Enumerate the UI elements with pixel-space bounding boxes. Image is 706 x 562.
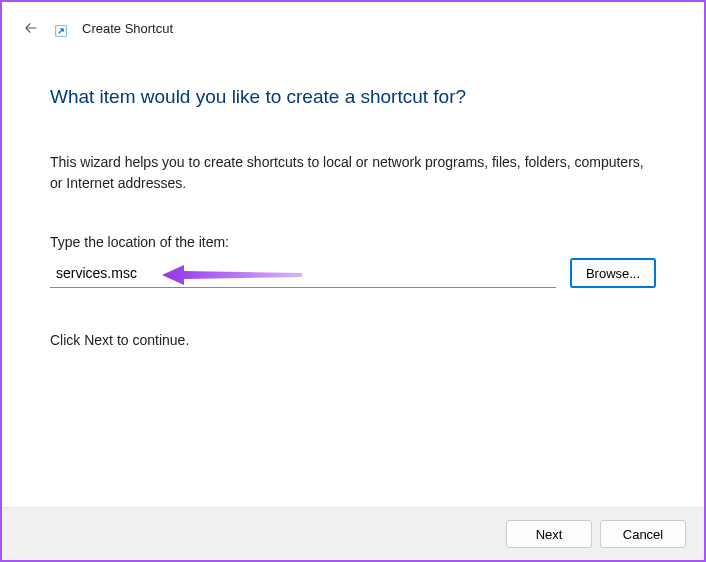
- location-label: Type the location of the item:: [50, 234, 656, 250]
- page-heading: What item would you like to create a sho…: [50, 86, 656, 108]
- continue-instruction: Click Next to continue.: [50, 332, 656, 348]
- shortcut-overlay-icon: [54, 24, 68, 38]
- browse-button[interactable]: Browse...: [570, 258, 656, 288]
- wizard-footer: Next Cancel: [2, 507, 704, 560]
- next-button[interactable]: Next: [506, 520, 592, 548]
- window-title: Create Shortcut: [82, 21, 173, 36]
- location-input[interactable]: [50, 258, 556, 288]
- wizard-header: Create Shortcut: [2, 2, 704, 46]
- wizard-description: This wizard helps you to create shortcut…: [50, 152, 656, 194]
- cancel-button[interactable]: Cancel: [600, 520, 686, 548]
- back-arrow-icon[interactable]: [22, 19, 40, 37]
- location-input-row: Browse...: [50, 258, 656, 288]
- wizard-content: What item would you like to create a sho…: [2, 46, 704, 348]
